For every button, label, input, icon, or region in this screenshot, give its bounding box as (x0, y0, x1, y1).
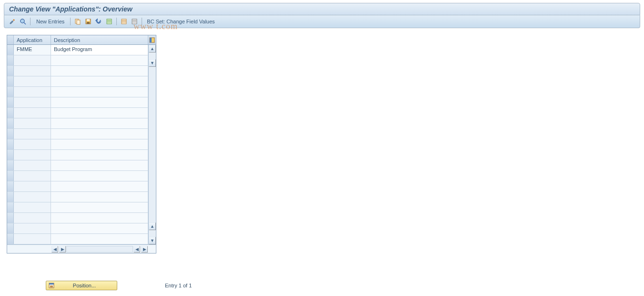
cell-application[interactable] (14, 181, 51, 191)
table-settings-button[interactable] (148, 35, 156, 44)
cell-application[interactable] (14, 76, 51, 86)
scroll-up-button[interactable]: ▲ (149, 45, 156, 53)
scroll-right-button-2[interactable]: ▶ (141, 246, 148, 253)
find-icon[interactable] (19, 17, 27, 26)
table-row[interactable] (7, 160, 148, 171)
row-selector[interactable] (7, 202, 14, 212)
scroll-left-button[interactable]: ◀ (51, 246, 58, 253)
row-selector[interactable] (7, 171, 14, 181)
horizontal-scrollbar[interactable]: ◀ ▶ ◀ ▶ (7, 244, 156, 253)
row-selector[interactable] (7, 129, 14, 139)
row-selector[interactable] (7, 55, 14, 65)
row-selector[interactable] (7, 234, 14, 244)
bc-set-button[interactable]: BC Set: Change Field Values (145, 19, 216, 24)
cell-application[interactable] (14, 223, 51, 233)
cell-application[interactable] (14, 129, 51, 139)
scroll-down-button-2[interactable]: ▼ (149, 237, 156, 244)
cell-application[interactable] (14, 171, 51, 181)
table-row[interactable] (7, 150, 148, 160)
copy-icon[interactable] (73, 17, 82, 26)
cell-description[interactable] (51, 118, 148, 128)
cell-application[interactable] (14, 118, 51, 128)
table-row[interactable]: FMMEBudget Program (7, 45, 148, 55)
cell-application[interactable] (14, 202, 51, 212)
row-selector[interactable] (7, 87, 14, 97)
cell-application[interactable] (14, 234, 51, 244)
row-selector[interactable] (7, 118, 14, 128)
row-selector[interactable] (7, 181, 14, 191)
save-icon[interactable] (84, 17, 92, 26)
table-row[interactable] (7, 139, 148, 150)
row-selector[interactable] (7, 45, 14, 55)
table-row[interactable] (7, 223, 148, 234)
cell-application[interactable] (14, 97, 51, 107)
cell-application[interactable] (14, 108, 51, 118)
scroll-right-button[interactable]: ▶ (59, 246, 66, 253)
cell-description[interactable] (51, 150, 148, 160)
table-row[interactable] (7, 171, 148, 181)
cell-description[interactable] (51, 66, 148, 76)
row-selector[interactable] (7, 108, 14, 118)
cell-application[interactable] (14, 160, 51, 170)
scroll-down-button[interactable]: ▼ (149, 59, 156, 67)
table-row[interactable] (7, 129, 148, 139)
table-row[interactable] (7, 55, 148, 66)
row-selector[interactable] (7, 66, 14, 76)
cell-description[interactable] (51, 181, 148, 191)
table-row[interactable] (7, 234, 148, 244)
cell-description[interactable] (51, 213, 148, 223)
row-selector[interactable] (7, 76, 14, 86)
row-selector[interactable] (7, 150, 14, 160)
column-header-description[interactable]: Description (51, 35, 148, 44)
row-selector[interactable] (7, 139, 14, 149)
cell-description[interactable] (51, 139, 148, 149)
cell-description[interactable] (51, 108, 148, 118)
table-row[interactable] (7, 76, 148, 87)
cell-application[interactable] (14, 139, 51, 149)
position-button[interactable]: Position... (46, 281, 117, 290)
scroll-left-button-2[interactable]: ◀ (133, 246, 140, 253)
deselect-all-icon[interactable] (130, 17, 139, 26)
table-row[interactable] (7, 108, 148, 118)
cell-description[interactable] (51, 87, 148, 97)
table-row[interactable] (7, 181, 148, 192)
cell-description[interactable] (51, 202, 148, 212)
cell-description[interactable] (51, 55, 148, 65)
table-row[interactable] (7, 202, 148, 213)
cell-application[interactable] (14, 87, 51, 97)
cell-application[interactable] (14, 66, 51, 76)
table-row[interactable] (7, 97, 148, 108)
cell-description[interactable] (51, 97, 148, 107)
vertical-scrollbar[interactable]: ▲ ▼ ▲ ▼ (148, 45, 156, 244)
cell-description[interactable] (51, 223, 148, 233)
select-all-icon[interactable] (105, 17, 113, 26)
cell-description[interactable] (51, 171, 148, 181)
cell-application[interactable] (14, 213, 51, 223)
cell-application[interactable] (14, 192, 51, 202)
table-row[interactable] (7, 213, 148, 223)
cell-description[interactable] (51, 76, 148, 86)
cell-description[interactable] (51, 129, 148, 139)
cell-application[interactable]: FMME (14, 45, 51, 55)
table-row[interactable] (7, 87, 148, 97)
delimit-icon[interactable] (120, 17, 128, 26)
row-selector[interactable] (7, 160, 14, 170)
undo-icon[interactable] (94, 17, 103, 26)
table-row[interactable] (7, 192, 148, 202)
cell-description[interactable] (51, 234, 148, 244)
cell-description[interactable] (51, 160, 148, 170)
cell-description[interactable] (51, 192, 148, 202)
row-selector[interactable] (7, 223, 14, 233)
row-selector[interactable] (7, 192, 14, 202)
table-row[interactable] (7, 66, 148, 76)
cell-application[interactable] (14, 150, 51, 160)
scroll-up-button-2[interactable]: ▲ (149, 222, 156, 230)
toggle-display-change-icon[interactable] (8, 17, 17, 26)
select-all-column-header[interactable] (7, 35, 14, 44)
cell-application[interactable] (14, 55, 51, 65)
row-selector[interactable] (7, 97, 14, 107)
column-header-application[interactable]: Application (14, 35, 51, 44)
row-selector[interactable] (7, 213, 14, 223)
new-entries-button[interactable]: New Entries (33, 19, 67, 24)
table-row[interactable] (7, 118, 148, 129)
